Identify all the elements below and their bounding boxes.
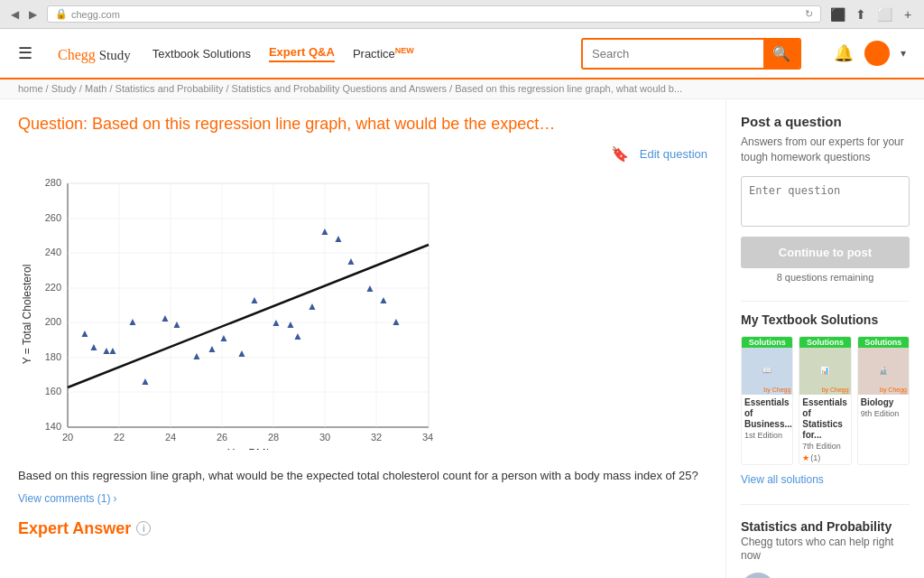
edit-question-link[interactable]: Edit question xyxy=(640,147,707,161)
svg-text:▲: ▲ xyxy=(207,342,217,355)
extensions-button[interactable]: ⬛ xyxy=(828,5,846,23)
svg-text:▲: ▲ xyxy=(391,315,402,328)
dropdown-arrow-icon[interactable]: ▾ xyxy=(901,47,906,60)
content-left: Question: Based on this regression line … xyxy=(0,99,725,578)
user-avatar[interactable] xyxy=(864,41,890,66)
divider xyxy=(741,301,910,302)
textbook-books: Solutions 📖 by Chegg Essentials of Busin… xyxy=(741,336,910,465)
hamburger-menu[interactable]: ☰ xyxy=(18,43,32,63)
textbook-solutions-section: My Textbook Solutions Solutions 📖 by Che… xyxy=(741,312,910,486)
continue-to-post-button[interactable]: Continue to post xyxy=(741,237,910,268)
book-card-3[interactable]: Solutions 🔬 by Chegg Biology 9th Edition xyxy=(857,336,910,465)
chegg-logo: CheggStudy xyxy=(54,42,131,65)
book-badge-2: Solutions xyxy=(799,337,850,348)
question-input[interactable] xyxy=(741,176,910,227)
browser-controls: ◀ ▶ xyxy=(7,7,40,22)
book-chegg-label-3: by Chegg xyxy=(880,387,907,393)
question-body: Based on this regression line graph, wha… xyxy=(18,467,707,485)
book-edition-1: 1st Edition xyxy=(742,430,792,441)
divider-2 xyxy=(741,504,910,505)
scatter-chart: Y = Total Cholesterol 140 160 180 200 22… xyxy=(18,170,451,450)
stats-prob-subtitle: Chegg tutors who can help right now xyxy=(741,536,910,564)
expert-answer-section: Expert Answer i xyxy=(18,519,707,538)
forward-button[interactable]: ▶ xyxy=(25,7,40,22)
top-nav: ☰ CheggStudy Textbook Solutions Expert Q… xyxy=(0,29,924,79)
svg-text:32: 32 xyxy=(371,432,382,443)
book-title-3: Biology xyxy=(858,395,909,408)
stats-prob-title: Statistics and Probability xyxy=(741,519,910,534)
svg-text:▲: ▲ xyxy=(307,300,318,312)
address-bar[interactable]: 🔒 chegg.com ↻ xyxy=(47,5,821,23)
tutor-avatar-wrap-1: 👨 xyxy=(741,573,775,578)
question-title: Question: Based on this regression line … xyxy=(18,114,707,135)
svg-text:280: 280 xyxy=(45,177,61,188)
book-edition-2: 7th Edition xyxy=(799,441,850,452)
y-axis-label: Y = Total Cholesterol xyxy=(21,265,33,365)
nav-icons: 🔔 ▾ xyxy=(834,41,906,66)
book-image-1: 📖 by Chegg xyxy=(742,348,792,395)
content-right: Post a question Answers from our experts… xyxy=(725,99,924,578)
x-axis-label: X = BMI xyxy=(227,446,270,450)
svg-text:▲: ▲ xyxy=(365,282,375,294)
question-actions: 🔖 Edit question xyxy=(18,145,707,163)
stats-prob-section: Statistics and Probability Chegg tutors … xyxy=(741,519,910,578)
book-card-2[interactable]: Solutions 📊 by Chegg Essentials of Stati… xyxy=(799,336,851,465)
search-input[interactable] xyxy=(583,42,763,66)
svg-text:22: 22 xyxy=(114,432,125,443)
post-question-title: Post a question xyxy=(741,114,910,129)
svg-text:30: 30 xyxy=(319,432,330,443)
back-button[interactable]: ◀ xyxy=(7,7,22,22)
window-button[interactable]: ⬜ xyxy=(875,5,893,23)
book-edition-3: 9th Edition xyxy=(858,408,909,419)
svg-text:240: 240 xyxy=(45,247,61,257)
breadcrumb-text: home / Study / Math / Statistics and Pro… xyxy=(18,83,682,94)
share-button[interactable]: ⬆ xyxy=(852,5,870,23)
svg-text:▲: ▲ xyxy=(79,327,90,340)
bell-icon[interactable]: 🔔 xyxy=(834,43,854,63)
svg-text:▲: ▲ xyxy=(140,375,151,387)
svg-text:▲: ▲ xyxy=(271,316,282,329)
svg-text:▲: ▲ xyxy=(236,347,247,359)
tutor-avatar-1: 👨 xyxy=(741,573,775,578)
svg-text:▲: ▲ xyxy=(333,232,344,245)
book-badge-3: Solutions xyxy=(858,337,909,348)
view-all-solutions-link[interactable]: View all solutions xyxy=(741,473,824,486)
nav-textbook-solutions[interactable]: Textbook Solutions xyxy=(152,47,251,61)
search-button[interactable]: 🔍 xyxy=(763,40,799,68)
book-card-1[interactable]: Solutions 📖 by Chegg Essentials of Busin… xyxy=(741,336,793,465)
svg-text:200: 200 xyxy=(45,316,61,327)
browser-actions: ⬛ ⬆ ⬜ + xyxy=(828,5,917,23)
chevron-right-icon: › xyxy=(113,492,116,505)
svg-text:▲: ▲ xyxy=(191,350,202,362)
book-image-3: 🔬 by Chegg xyxy=(858,348,909,395)
svg-text:▲: ▲ xyxy=(107,344,118,357)
questions-remaining: 8 questions remaining xyxy=(741,272,910,283)
browser-chrome: ◀ ▶ 🔒 chegg.com ↻ ⬛ ⬆ ⬜ + xyxy=(0,0,924,29)
search-bar: 🔍 xyxy=(581,38,801,70)
book-title-2: Essentials of Statistics for... xyxy=(799,395,850,441)
new-tab-button[interactable]: + xyxy=(899,5,917,23)
svg-text:▲: ▲ xyxy=(319,225,330,238)
book-chegg-label-1: by Chegg xyxy=(763,387,790,393)
view-comments-link[interactable]: View comments (1) › xyxy=(18,492,707,505)
svg-text:▲: ▲ xyxy=(127,315,138,328)
svg-text:26: 26 xyxy=(217,432,227,443)
logo-study: Study xyxy=(99,48,131,62)
refresh-icon[interactable]: ↻ xyxy=(805,8,813,20)
book-chegg-label-2: by Chegg xyxy=(822,387,849,393)
svg-text:▲: ▲ xyxy=(160,312,171,324)
svg-text:▲: ▲ xyxy=(378,294,389,306)
nav-practice[interactable]: Practice xyxy=(353,46,414,61)
main-content: Question: Based on this regression line … xyxy=(0,99,924,578)
svg-text:▲: ▲ xyxy=(292,330,303,342)
svg-text:34: 34 xyxy=(422,432,433,443)
svg-text:140: 140 xyxy=(45,421,61,432)
info-icon[interactable]: i xyxy=(136,521,151,536)
rating-count-2: (1) xyxy=(810,453,820,462)
svg-text:▲: ▲ xyxy=(285,318,296,331)
nav-expert-qa[interactable]: Expert Q&A xyxy=(269,45,335,62)
book-badge-1: Solutions xyxy=(742,337,792,348)
svg-text:220: 220 xyxy=(45,282,61,293)
book-image-2: 📊 by Chegg xyxy=(799,348,850,395)
bookmark-icon[interactable]: 🔖 xyxy=(611,145,629,163)
